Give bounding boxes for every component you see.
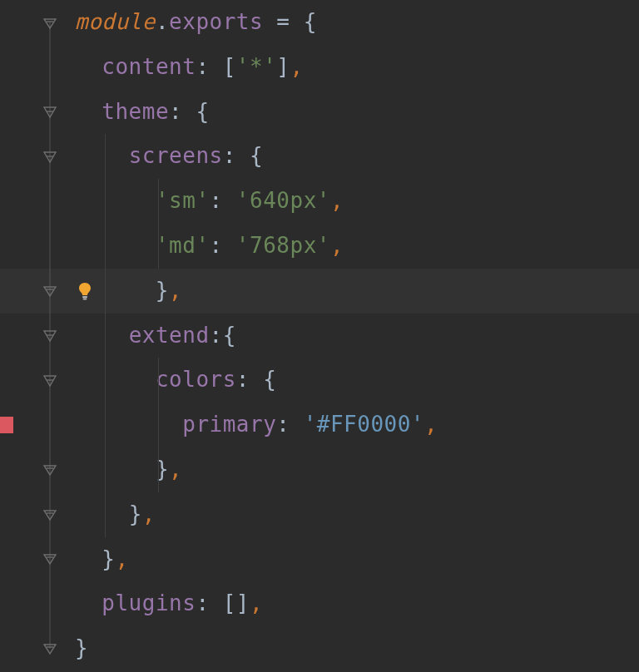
svg-marker-14 — [44, 466, 56, 475]
fold-minus-icon[interactable] — [42, 373, 57, 388]
code-editor[interactable]: module.exports = { content: ['*'], theme… — [0, 0, 639, 672]
fold-minus-icon[interactable] — [42, 104, 57, 119]
fold-minus-icon[interactable] — [42, 15, 57, 30]
fold-close-icon[interactable] — [42, 284, 57, 299]
svg-marker-16 — [44, 511, 56, 520]
gutter — [0, 224, 75, 269]
code-line-active[interactable]: }, — [0, 269, 639, 314]
gutter — [0, 492, 75, 537]
code-text: colors: { — [75, 358, 276, 403]
code-text: } — [75, 626, 88, 671]
code-line[interactable]: }, — [0, 492, 639, 537]
gutter — [0, 447, 75, 492]
code-text: screens: { — [75, 134, 263, 179]
code-line[interactable]: primary: '#FF0000', — [0, 403, 639, 447]
fold-close-icon[interactable] — [42, 641, 57, 656]
code-line[interactable]: 'md': '768px', — [0, 224, 639, 269]
code-line[interactable]: }, — [0, 537, 639, 582]
gutter — [0, 358, 75, 403]
svg-marker-18 — [44, 555, 56, 564]
svg-marker-0 — [44, 19, 56, 28]
gutter — [0, 581, 75, 626]
fold-minus-icon[interactable] — [42, 328, 57, 343]
code-text: }, — [75, 492, 156, 537]
code-text: module.exports = { — [75, 0, 317, 45]
gutter — [0, 537, 75, 582]
code-text: 'md': '768px', — [75, 224, 344, 269]
gutter — [0, 403, 75, 447]
code-line[interactable]: extend:{ — [0, 314, 639, 358]
breakpoint-marker[interactable] — [0, 417, 13, 433]
code-text: content: ['*'], — [75, 45, 304, 90]
fold-minus-icon[interactable] — [42, 149, 57, 164]
gutter — [0, 45, 75, 90]
gutter — [0, 626, 75, 671]
svg-marker-20 — [44, 645, 56, 654]
code-line[interactable]: theme: { — [0, 90, 639, 135]
gutter — [0, 90, 75, 135]
svg-marker-2 — [44, 107, 56, 117]
code-line[interactable]: colors: { — [0, 358, 639, 403]
code-line[interactable]: }, — [0, 447, 639, 492]
code-text: extend:{ — [75, 314, 236, 358]
code-text: }, — [75, 537, 129, 582]
code-line[interactable]: } — [0, 626, 639, 671]
code-text: 'sm': '640px', — [75, 179, 344, 224]
gutter — [0, 134, 75, 179]
fold-close-icon[interactable] — [42, 551, 57, 566]
gutter — [0, 314, 75, 358]
code-line[interactable]: screens: { — [0, 134, 639, 179]
code-line[interactable]: module.exports = { — [0, 0, 639, 45]
gutter — [0, 179, 75, 224]
code-text: }, — [75, 447, 182, 492]
code-line[interactable]: plugins: [], — [0, 581, 639, 626]
fold-close-icon[interactable] — [42, 507, 57, 522]
svg-marker-6 — [44, 287, 56, 296]
code-line[interactable]: content: ['*'], — [0, 45, 639, 90]
code-text: plugins: [], — [75, 581, 263, 626]
svg-marker-12 — [44, 376, 56, 386]
code-text: primary: '#FF0000', — [75, 403, 438, 447]
fold-close-icon[interactable] — [42, 462, 57, 477]
gutter — [0, 269, 75, 314]
code-text: }, — [75, 269, 182, 314]
code-text: theme: { — [75, 90, 210, 135]
svg-marker-4 — [44, 152, 56, 162]
gutter — [0, 0, 75, 45]
code-line[interactable]: 'sm': '640px', — [0, 179, 639, 224]
svg-marker-10 — [44, 331, 56, 341]
